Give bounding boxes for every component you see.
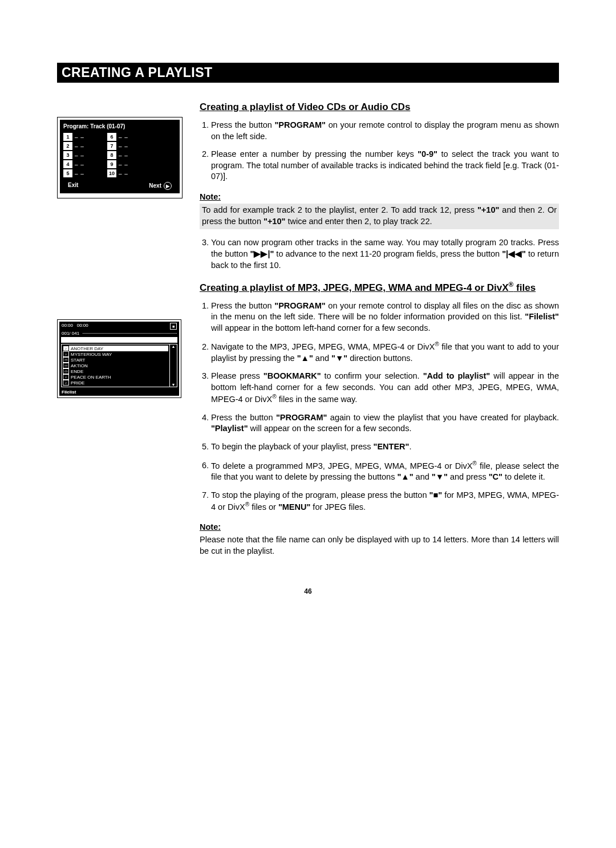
- list-item: ♪MYSTERIOUS WAY: [63, 351, 168, 357]
- list-item: ▭ENDE: [63, 368, 168, 374]
- file-icon: ♪: [63, 346, 69, 351]
- page-title: CREATING A PLAYLIST: [57, 63, 559, 83]
- slot-num: 8: [107, 151, 116, 159]
- slot-num: 5: [63, 169, 72, 177]
- slot-num: 10: [107, 169, 116, 177]
- file-icon: ♪: [63, 380, 69, 386]
- program-next-label: Next▶: [149, 182, 172, 190]
- section1-steps: Press the button "PROGRAM" on your remot…: [200, 120, 559, 182]
- program-menu-header: Program: Track (01-07): [63, 123, 176, 129]
- section1-steps-cont: You can now program other tracks in the …: [200, 237, 559, 271]
- filelist-footer: Filelist: [59, 388, 179, 396]
- filelist-counter: 001/ 041: [62, 331, 79, 336]
- section2-steps: Press the button "PROGRAM" on your remot…: [200, 301, 559, 513]
- scrollbar: ▲ ▼: [169, 344, 177, 387]
- list-item: ♪PRIDE: [63, 380, 168, 386]
- page-number: 46: [57, 587, 559, 595]
- list-item: ♪PEACE ON EARTH: [63, 374, 168, 380]
- file-icon: ♪: [63, 351, 69, 357]
- note-label: Note:: [200, 192, 559, 203]
- slot-num: 6: [107, 133, 116, 141]
- step: To delete a programmed MP3, JPEG, MPEG, …: [211, 460, 559, 483]
- filelist-figure: 00:00 00:00 ■ 001/ 041 ♪ANOTHER DAY ♪MYS…: [57, 319, 181, 398]
- program-exit-label: Exit: [68, 182, 78, 190]
- step: Navigate to the MP3, JPEG, MPEG, WMA, MP…: [211, 340, 559, 364]
- scroll-up-icon: ▲: [172, 344, 176, 348]
- section1-heading: Creating a playlist of Video CDs or Audi…: [200, 101, 559, 114]
- note-label: Note:: [200, 522, 559, 533]
- step: Press the button "PROGRAM" on your remot…: [211, 301, 559, 334]
- file-icon: ▭: [63, 357, 69, 363]
- list-item: ♪ANOTHER DAY: [63, 346, 168, 351]
- program-menu-figure: Program: Track (01-07) 1– – 2– – 3– – 4–…: [57, 117, 183, 198]
- step: Press the button "PROGRAM" on your remot…: [211, 120, 559, 142]
- slot-num: 9: [107, 160, 116, 168]
- step: You can now program other tracks in the …: [211, 237, 559, 271]
- file-icon: ▭: [63, 363, 69, 368]
- slot-num: 2: [63, 142, 72, 150]
- list-item: ▭START: [63, 357, 168, 363]
- note-text: Please note that the file name can only …: [200, 534, 559, 557]
- slot-num: 3: [63, 151, 72, 159]
- slot-num: 4: [63, 160, 72, 168]
- step: Please press "BOOKMARK" to confirm your …: [211, 371, 559, 405]
- note-box: To add for example track 2 to the playli…: [200, 204, 559, 229]
- file-icon: ▭: [63, 368, 69, 374]
- list-item: ▭AKTION: [63, 363, 168, 368]
- step: To begin the playback of your playlist, …: [211, 441, 559, 453]
- filelist-path-bar: [61, 337, 177, 343]
- step: To stop the playing of the program, plea…: [211, 490, 559, 513]
- section2-heading: Creating a playlist of MP3, JPEG, MPEG, …: [200, 280, 559, 295]
- slot-num: 1: [63, 133, 72, 141]
- stop-icon: ■: [170, 323, 177, 330]
- step: Press the button "PROGRAM" again to view…: [211, 412, 559, 435]
- scroll-down-icon: ▼: [172, 383, 176, 387]
- slot-num: 7: [107, 142, 116, 150]
- file-icon: ♪: [63, 374, 69, 380]
- step: Please enter a number by pressing the nu…: [211, 149, 559, 182]
- next-icon: ▶: [164, 182, 172, 190]
